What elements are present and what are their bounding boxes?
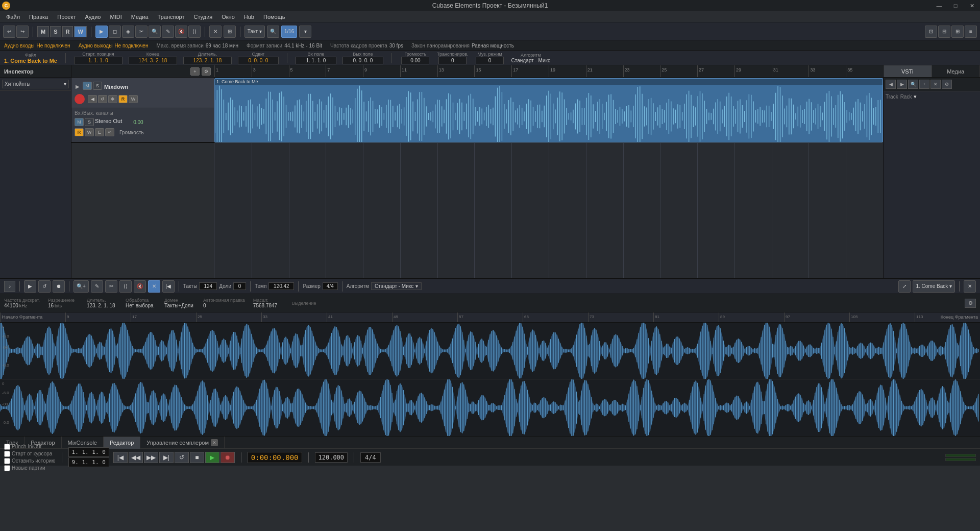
solo-btn[interactable]: S bbox=[93, 82, 102, 90]
time-warp-btn[interactable]: ⟨⟩ bbox=[188, 26, 201, 38]
select-tool-btn[interactable]: ◈ bbox=[122, 26, 134, 38]
menu-window[interactable]: Окно bbox=[217, 13, 239, 21]
se-expand-btn[interactable]: ⤢ bbox=[898, 280, 911, 293]
stop-btn[interactable]: ■ bbox=[190, 452, 204, 463]
new-parts-input[interactable] bbox=[4, 465, 10, 471]
rewind-btn[interactable]: ◀◀ bbox=[129, 452, 143, 463]
track-fold-btn[interactable]: ▶ bbox=[75, 84, 81, 90]
rc-x-btn[interactable]: ✕ bbox=[930, 80, 941, 89]
rc-search-btn[interactable]: 🔍 bbox=[908, 80, 918, 89]
tab-sampler-close[interactable]: ✕ bbox=[211, 439, 218, 446]
right-tab-vsti[interactable]: VSTi bbox=[884, 65, 932, 77]
menu-hub[interactable]: Hub bbox=[240, 13, 258, 21]
se-info-settings-btn[interactable]: ⚙ bbox=[965, 299, 976, 308]
layout-btn-1[interactable]: ⊡ bbox=[925, 26, 937, 38]
tempo-display[interactable]: 120.000 bbox=[315, 452, 348, 463]
menu-file[interactable]: Файл bbox=[2, 13, 24, 21]
menu-midi[interactable]: MIDI bbox=[106, 13, 126, 21]
audio-out-status[interactable]: Не подключен bbox=[114, 43, 148, 49]
minimize-btn[interactable]: — bbox=[931, 0, 947, 11]
audio-clip[interactable]: 1. Come Back to Me bbox=[214, 78, 883, 142]
warp-start-input[interactable] bbox=[296, 57, 336, 64]
fast-fwd-btn[interactable]: ▶▶ bbox=[144, 452, 158, 463]
rc-next-btn[interactable]: ▶ bbox=[897, 80, 907, 89]
settings-btn[interactable]: ⚙ bbox=[202, 67, 211, 76]
audio-in-status[interactable]: Не подключен bbox=[37, 43, 70, 49]
left-locator-display2[interactable]: 9. 1. 1. 0 bbox=[68, 457, 109, 467]
sub-solo-btn[interactable]: S bbox=[85, 118, 94, 126]
se-zoom-in-btn[interactable]: 🔍+ bbox=[74, 280, 89, 293]
close-btn[interactable]: ✕ bbox=[964, 0, 980, 11]
mode-m-btn[interactable]: M bbox=[37, 26, 49, 37]
rc-settings-btn[interactable]: ⚙ bbox=[942, 80, 952, 89]
offset-input[interactable] bbox=[238, 57, 279, 64]
layout-btn-2[interactable]: ⊟ bbox=[938, 26, 950, 38]
maximize-btn[interactable]: □ bbox=[947, 0, 964, 11]
layout-btn-4[interactable]: ≡ bbox=[965, 26, 977, 38]
right-tab-media[interactable]: Медиа bbox=[932, 65, 981, 77]
mute-btn[interactable]: M bbox=[83, 82, 92, 90]
to-start-btn[interactable]: |◀ bbox=[113, 452, 128, 463]
se-parts-input[interactable] bbox=[233, 282, 246, 290]
track-r-btn[interactable]: R bbox=[118, 95, 128, 103]
tab-sampler[interactable]: Управление семплером ✕ bbox=[140, 437, 225, 449]
se-stretch-btn[interactable]: ⟨⟩ bbox=[119, 280, 132, 293]
cursor-tool-btn[interactable]: ▶ bbox=[95, 26, 108, 38]
sub-e-btn[interactable]: E bbox=[95, 128, 104, 136]
snap-adj-btn[interactable]: ▾ bbox=[299, 26, 311, 38]
track-freeze-btn[interactable]: ❄ bbox=[108, 95, 117, 103]
zoom-tool-btn[interactable]: 🔍 bbox=[149, 26, 161, 38]
add-track-btn[interactable]: + bbox=[190, 67, 200, 76]
se-pencil-btn[interactable]: ✎ bbox=[91, 280, 103, 293]
pencil-tool-btn[interactable]: ✎ bbox=[162, 26, 174, 38]
track-read-btn[interactable]: ◀ bbox=[88, 95, 97, 103]
se-close-btn[interactable]: ✕ bbox=[964, 280, 976, 293]
menu-edit[interactable]: Правка bbox=[25, 13, 52, 21]
time-display[interactable]: 0:00:00.000 bbox=[248, 452, 302, 463]
undo-btn[interactable]: ↩ bbox=[3, 26, 15, 38]
history-input[interactable] bbox=[4, 458, 10, 464]
snap-off-btn[interactable]: ✕ bbox=[209, 26, 222, 38]
duration-input[interactable] bbox=[183, 57, 232, 64]
snap-input-btn[interactable]: 🔍 bbox=[267, 26, 279, 38]
se-mute-btn[interactable]: 🔇 bbox=[134, 280, 146, 293]
layout-btn-3[interactable]: ⊞ bbox=[951, 26, 964, 38]
end-pos-input[interactable] bbox=[129, 57, 177, 64]
rc-prev-btn[interactable]: ◀ bbox=[886, 80, 896, 89]
track-loop-btn[interactable]: ↺ bbox=[98, 95, 107, 103]
transpose-input[interactable] bbox=[438, 57, 467, 64]
tempo-dropdown-btn[interactable]: Такт ▾ bbox=[244, 26, 265, 38]
scissors-tool-btn[interactable]: ✂ bbox=[135, 26, 148, 38]
audio-out-label[interactable]: Аудио выходы bbox=[79, 43, 113, 49]
sub-mute-btn[interactable]: M bbox=[75, 118, 84, 126]
loop-btn[interactable]: ↺ bbox=[175, 452, 189, 463]
menu-help[interactable]: Помощь bbox=[259, 13, 289, 21]
warp-end-input[interactable] bbox=[342, 57, 383, 64]
se-tempo-input[interactable] bbox=[268, 282, 294, 290]
se-icon-btn[interactable]: ♪ bbox=[4, 281, 15, 292]
mode-w-btn[interactable]: W bbox=[74, 26, 86, 37]
track-record-btn[interactable] bbox=[75, 94, 85, 104]
snap-value-btn[interactable]: 1/16 bbox=[281, 26, 297, 38]
rc-add-btn[interactable]: + bbox=[919, 80, 929, 89]
se-loop-btn[interactable]: ↺ bbox=[38, 280, 51, 293]
range-tool-btn[interactable]: ◻ bbox=[109, 26, 121, 38]
start-pos-input[interactable] bbox=[74, 57, 122, 64]
record-btn[interactable]: ⏺ bbox=[220, 452, 235, 463]
mode-r-btn[interactable]: R bbox=[62, 26, 74, 37]
se-scissors-btn[interactable]: ✂ bbox=[105, 280, 117, 293]
se-clip-dropdown-btn[interactable]: 1. Come Back ▾ bbox=[913, 280, 955, 293]
se-play-btn[interactable]: ▶ bbox=[24, 280, 36, 293]
menu-transport[interactable]: Транспорт bbox=[154, 13, 189, 21]
se-trim-btn[interactable]: |◀ bbox=[162, 280, 175, 293]
se-algo-dropdown[interactable]: Стандарт - Микс ▾ bbox=[371, 282, 422, 290]
snap-grid-btn[interactable]: ⊞ bbox=[224, 26, 236, 38]
finetuning-input[interactable] bbox=[476, 57, 504, 64]
redo-btn[interactable]: ↪ bbox=[16, 26, 29, 38]
mode-s-btn[interactable]: S bbox=[50, 26, 61, 37]
menu-studio[interactable]: Студия bbox=[189, 13, 216, 21]
menu-project[interactable]: Проект bbox=[53, 13, 80, 21]
mute-tool-btn[interactable]: 🔇 bbox=[175, 26, 187, 38]
tab-mixconsole[interactable]: MixConsole bbox=[62, 437, 104, 449]
se-size-input[interactable] bbox=[323, 282, 338, 290]
